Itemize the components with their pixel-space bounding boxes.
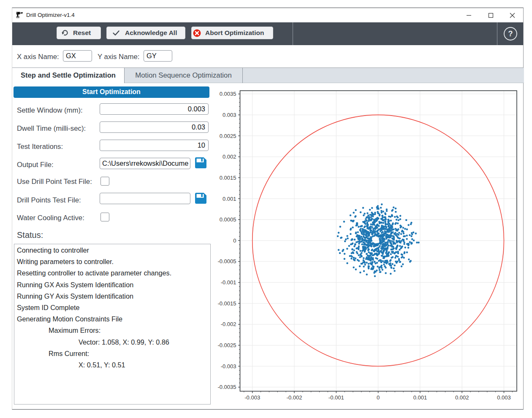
- svg-text:0.001: 0.001: [223, 196, 236, 202]
- svg-text:0.0005: 0.0005: [220, 216, 236, 223]
- svg-text:0.003: 0.003: [223, 112, 236, 118]
- svg-text:-0.0035: -0.0035: [217, 384, 236, 390]
- svg-text:-0.003: -0.003: [244, 394, 260, 401]
- svg-text:0.002: 0.002: [223, 154, 236, 160]
- svg-text:0.001: 0.001: [413, 394, 427, 401]
- svg-text:-0.003: -0.003: [221, 363, 236, 369]
- svg-text:0.0025: 0.0025: [220, 133, 236, 139]
- svg-text:0.0035: 0.0035: [220, 91, 236, 97]
- svg-text:-0.0005: -0.0005: [217, 258, 236, 264]
- svg-text:-0.0025: -0.0025: [217, 342, 236, 348]
- svg-text:0.0015: 0.0015: [220, 175, 236, 181]
- svg-text:-0.002: -0.002: [287, 394, 302, 401]
- svg-text:?: ?: [508, 30, 513, 38]
- svg-text:-0.001: -0.001: [328, 394, 344, 401]
- svg-text:0: 0: [377, 394, 380, 401]
- svg-text:0: 0: [233, 237, 236, 244]
- svg-text:-0.002: -0.002: [221, 321, 236, 327]
- svg-text:0.002: 0.002: [455, 394, 469, 401]
- svg-text:-0.001: -0.001: [221, 279, 236, 286]
- svg-text:0.003: 0.003: [497, 394, 511, 401]
- svg-text:-0.0015: -0.0015: [217, 300, 236, 307]
